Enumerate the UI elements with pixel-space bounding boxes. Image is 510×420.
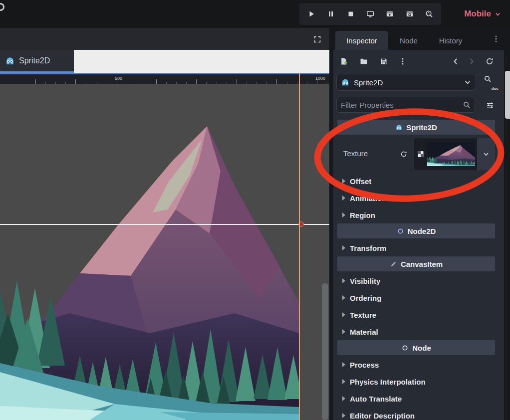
expand-arrow-icon xyxy=(342,245,345,250)
expand-arrow-icon xyxy=(342,295,345,300)
pause-button[interactable] xyxy=(322,5,339,22)
revert-icon[interactable] xyxy=(397,148,410,161)
expand-arrow-icon xyxy=(342,396,345,401)
inspector-tab-bar: Inspector Node History xyxy=(333,28,504,50)
editor-top-bar: Mobile xyxy=(0,0,510,28)
sprite2d-class-icon xyxy=(395,124,403,131)
movie-maker-button[interactable] xyxy=(421,5,438,22)
scene-tab-sprite2d[interactable]: Sprite2D xyxy=(0,50,74,73)
horizontal-guide-line xyxy=(0,224,329,225)
category-node[interactable]: Node xyxy=(337,340,495,355)
property-texture: Texture xyxy=(337,136,495,173)
filter-properties-field xyxy=(336,97,475,113)
texture-dropdown-button[interactable] xyxy=(477,138,495,170)
viewport-header xyxy=(0,28,329,50)
chevron-down-icon xyxy=(464,78,472,86)
stop-button[interactable] xyxy=(342,5,359,22)
property-tools-icon[interactable] xyxy=(481,98,499,113)
group-auto-translate[interactable]: Auto Translate xyxy=(337,390,495,407)
tab-history[interactable]: History xyxy=(429,31,472,50)
group-region[interactable]: Region xyxy=(337,207,495,223)
category-node2d[interactable]: Node2D xyxy=(337,223,495,238)
inspector-menu-icon[interactable] xyxy=(491,34,501,44)
renderer-dropdown[interactable]: Mobile xyxy=(464,0,501,28)
texture-preview[interactable] xyxy=(414,138,477,170)
group-physics-interpolation[interactable]: Physics Interpolation xyxy=(337,373,495,390)
play-scene-button[interactable] xyxy=(381,5,398,22)
node2d-class-icon xyxy=(397,227,404,235)
tab-inspector[interactable]: Inspector xyxy=(335,31,388,50)
canvasitem-class-icon xyxy=(390,260,397,268)
search-icon xyxy=(463,101,471,109)
texture-file-icon xyxy=(417,150,425,158)
group-editor-description[interactable]: Editor Description xyxy=(337,407,495,420)
sprite-edge-line xyxy=(299,73,300,420)
load-resource-icon[interactable] xyxy=(357,55,370,68)
viewport-canvas[interactable] xyxy=(0,84,329,420)
inspector-panel: Sprite2D doc Sprite2D Texture OffsetAnim… xyxy=(333,50,504,420)
viewport-scrollbar[interactable] xyxy=(322,283,328,420)
node-class-icon xyxy=(401,344,409,352)
object-history-icon[interactable] xyxy=(483,55,496,68)
category-sprite2d[interactable]: Sprite2D xyxy=(337,120,495,135)
expand-arrow-icon xyxy=(342,312,345,317)
group-transform[interactable]: Transform xyxy=(337,239,495,256)
group-process[interactable]: Process xyxy=(337,356,495,373)
filter-properties-input[interactable] xyxy=(341,101,463,109)
tab-node[interactable]: Node xyxy=(393,31,424,50)
history-forward-icon[interactable] xyxy=(465,55,478,68)
save-resource-icon[interactable] xyxy=(377,55,390,68)
edited-node-selector[interactable]: Sprite2D xyxy=(336,74,476,91)
remote-debug-button[interactable] xyxy=(362,5,379,22)
godot-node-icon xyxy=(5,56,15,66)
search-doc-icon xyxy=(484,75,492,83)
new-resource-icon[interactable] xyxy=(337,55,350,68)
group-visibility[interactable]: Visibility xyxy=(337,272,495,289)
group-ordering[interactable]: Ordering xyxy=(337,289,495,306)
category-canvasitem[interactable]: CanvasItem xyxy=(337,256,495,271)
scene-tab-label: Sprite2D xyxy=(19,56,50,65)
expand-arrow-icon xyxy=(342,278,345,283)
expand-arrow-icon xyxy=(342,196,345,201)
fullscreen-icon[interactable] xyxy=(311,33,323,45)
group-texture[interactable]: Texture xyxy=(337,306,495,323)
group-material[interactable]: Material xyxy=(337,323,495,340)
horizontal-ruler: 500 1000 xyxy=(0,73,329,84)
cropped-corner-icon xyxy=(0,3,4,11)
expand-arrow-icon xyxy=(342,329,345,334)
expand-arrow-icon xyxy=(342,179,345,184)
resource-extra-menu-icon[interactable] xyxy=(396,55,409,68)
renderer-label: Mobile xyxy=(464,9,491,19)
property-label: Texture xyxy=(343,149,368,158)
texture-thumbnail xyxy=(427,142,475,166)
play-custom-scene-button[interactable] xyxy=(401,5,418,22)
group-animation[interactable]: Animation xyxy=(337,190,495,207)
edited-node-name: Sprite2D xyxy=(354,78,460,87)
expand-arrow-icon xyxy=(342,212,345,217)
open-documentation-button[interactable]: doc xyxy=(480,73,500,92)
play-button[interactable] xyxy=(303,5,320,22)
chevron-down-icon xyxy=(495,11,501,17)
godot-node-icon xyxy=(341,78,350,87)
texture-resource-picker[interactable] xyxy=(414,138,495,170)
history-back-icon[interactable] xyxy=(449,55,462,68)
inspector-toolbar xyxy=(335,54,502,69)
sprite-mountain-artwork xyxy=(0,84,299,420)
scene-tab-bar: Sprite2D xyxy=(0,50,329,73)
tab-strip-empty xyxy=(74,50,329,73)
panel-divider xyxy=(329,28,333,420)
property-list: Sprite2D Texture OffsetAnimationRegionNo… xyxy=(337,120,495,420)
playback-controls xyxy=(299,3,441,25)
floating-panel-edge xyxy=(505,71,510,119)
expand-arrow-icon xyxy=(342,379,345,384)
group-offset[interactable]: Offset xyxy=(337,173,495,190)
expand-arrow-icon xyxy=(342,413,345,418)
expand-arrow-icon xyxy=(342,362,345,367)
